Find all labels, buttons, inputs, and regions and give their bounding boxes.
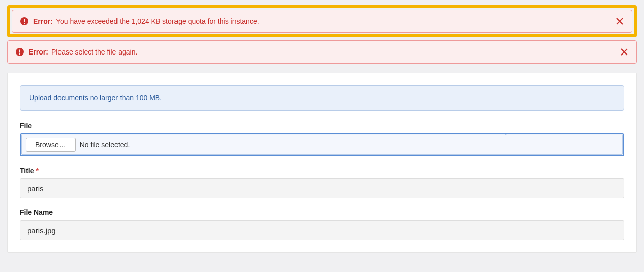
file-input[interactable]: ○ Browse… No file selected.: [20, 133, 624, 156]
error-label: Error:: [29, 48, 48, 56]
file-selection-status: No file selected.: [80, 141, 130, 149]
error-label: Error:: [33, 17, 53, 25]
svg-rect-1: [24, 19, 25, 22]
filename-label: File Name: [20, 208, 624, 216]
file-field-group: File ○ Browse… No file selected.: [20, 122, 624, 156]
error-icon: [16, 48, 24, 56]
error-alert-reselect: Error: Please select the file again.: [7, 40, 637, 64]
svg-rect-2: [24, 23, 25, 24]
info-banner-text: Upload documents no larger than 100 MB.: [29, 94, 162, 102]
close-icon: [615, 16, 625, 26]
error-icon: [20, 17, 28, 25]
file-label: File: [20, 122, 624, 130]
close-alert-button[interactable]: [617, 45, 631, 59]
info-banner: Upload documents no larger than 100 MB.: [20, 85, 624, 111]
highlighted-alert-frame: Error: You have exceeded the 1,024 KB st…: [7, 5, 637, 37]
error-alert-quota: Error: You have exceeded the 1,024 KB st…: [12, 10, 632, 33]
error-message: You have exceeded the 1,024 KB storage q…: [56, 17, 259, 25]
title-label: Title *: [20, 167, 624, 175]
filename-field-group: File Name: [20, 208, 624, 240]
title-field-group: Title *: [20, 167, 624, 198]
focus-mark-icon: ○: [505, 132, 507, 136]
title-label-text: Title: [20, 167, 34, 175]
upload-card: Upload documents no larger than 100 MB. …: [7, 73, 637, 253]
filename-input[interactable]: [20, 220, 624, 240]
close-icon: [619, 47, 629, 57]
browse-button[interactable]: Browse…: [26, 138, 76, 152]
close-alert-button[interactable]: [613, 14, 627, 28]
svg-rect-6: [19, 50, 20, 53]
required-indicator: *: [36, 167, 38, 175]
error-message: Please select the file again.: [51, 48, 137, 56]
svg-rect-7: [19, 53, 20, 55]
title-input[interactable]: [20, 178, 624, 198]
